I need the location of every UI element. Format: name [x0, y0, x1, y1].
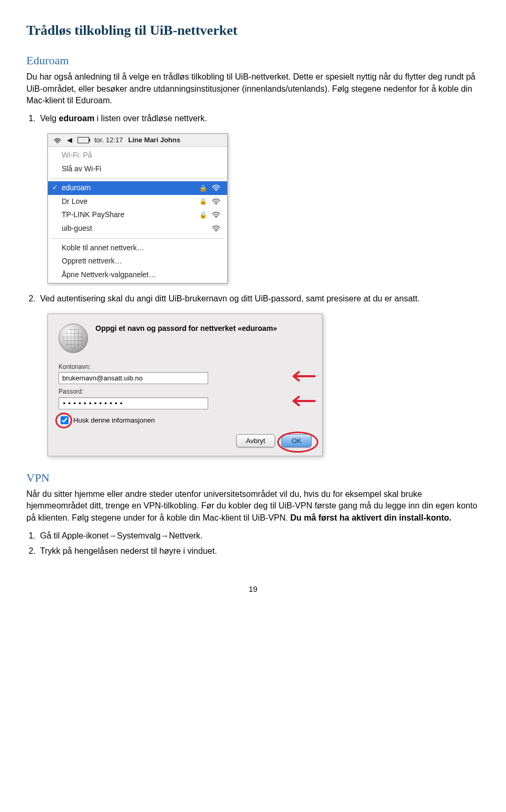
- signal-icon: [211, 185, 221, 191]
- password-input[interactable]: [59, 397, 208, 409]
- wifi-network-item[interactable]: uib-guest: [48, 222, 227, 236]
- wifi-menu-screenshot: ◀ tor. 12:17 Line Mari Johns Wi-Fi: På S…: [47, 133, 228, 284]
- page-title: Trådløs tilkobling til UiB-nettverket: [26, 21, 480, 40]
- lock-icon: 🔒: [199, 197, 207, 206]
- account-label: Kontonavn:: [59, 363, 312, 371]
- svg-point-2: [216, 217, 217, 218]
- signal-icon: [211, 199, 221, 205]
- svg-point-1: [216, 203, 217, 204]
- annotation-arrow-icon: [286, 395, 316, 407]
- svg-point-0: [216, 190, 217, 191]
- cancel-button[interactable]: Avbryt: [236, 434, 276, 447]
- vpn-step-2: Trykk på hengelåsen nederst til høyre i …: [38, 545, 480, 557]
- password-label: Passord:: [59, 387, 312, 396]
- remember-label: Husk denne informasjonen: [73, 416, 155, 425]
- svg-point-3: [216, 230, 217, 231]
- annotation-arrow-icon: [286, 370, 316, 383]
- signal-icon: [211, 212, 221, 218]
- signal-icon: [211, 226, 221, 232]
- wifi-network-item[interactable]: Dr Love🔒: [48, 195, 227, 209]
- wifi-network-name: Dr Love: [62, 197, 87, 207]
- vpn-body: Når du sitter hjemme eller andre steder …: [26, 488, 480, 524]
- wifi-network-item[interactable]: ✓eduroam🔒: [48, 181, 227, 195]
- eduroam-intro: Du har også anledning til å velge en trå…: [26, 71, 480, 106]
- wifi-turn-off[interactable]: Slå av Wi-Fi: [48, 162, 227, 176]
- wifi-network-name: eduroam: [62, 183, 91, 193]
- vpn-heading: VPN: [26, 470, 480, 486]
- menubar: ◀ tor. 12:17 Line Mari Johns: [48, 134, 227, 147]
- menubar-user: Line Mari Johns: [128, 135, 180, 145]
- wifi-status: Wi-Fi: På: [48, 149, 227, 162]
- eduroam-step-1: Velg eduroam i listen over trådløse nett…: [38, 113, 480, 124]
- vpn-step-1: Gå til Apple-ikonet→Systemvalg→Nettverk.: [38, 530, 480, 542]
- eduroam-heading: Eduroam: [26, 53, 480, 69]
- wifi-open-panel[interactable]: Åpne Nettverk-valgpanelet…: [48, 268, 227, 282]
- menubar-time: tor. 12:17: [94, 135, 123, 145]
- auth-dialog-screenshot: Oppgi et navn og passord for nettverket …: [47, 314, 323, 457]
- page-number: 19: [26, 583, 480, 594]
- lock-icon: 🔒: [199, 211, 207, 220]
- eduroam-step-2: Ved autentisering skal du angi ditt UiB-…: [38, 293, 480, 305]
- wifi-icon: [53, 137, 62, 143]
- bluetooth-icon: ◀: [67, 135, 72, 145]
- wifi-create-network[interactable]: Opprett nettverk…: [48, 255, 227, 268]
- wifi-connect-other[interactable]: Koble til annet nettverk…: [48, 241, 227, 255]
- remember-checkbox[interactable]: [61, 416, 69, 424]
- wifi-network-name: TP-LINK PayShare: [62, 210, 124, 220]
- checkmark-icon: ✓: [52, 183, 58, 192]
- globe-icon: [59, 324, 88, 353]
- lock-icon: 🔒: [199, 184, 207, 193]
- auth-dialog-title: Oppgi et navn og passord for nettverket …: [95, 324, 277, 353]
- wifi-network-item[interactable]: TP-LINK PayShare🔒: [48, 208, 227, 222]
- battery-icon: [77, 137, 89, 143]
- wifi-network-name: uib-guest: [62, 223, 92, 234]
- ok-button[interactable]: OK: [281, 434, 312, 447]
- account-input[interactable]: [59, 372, 208, 384]
